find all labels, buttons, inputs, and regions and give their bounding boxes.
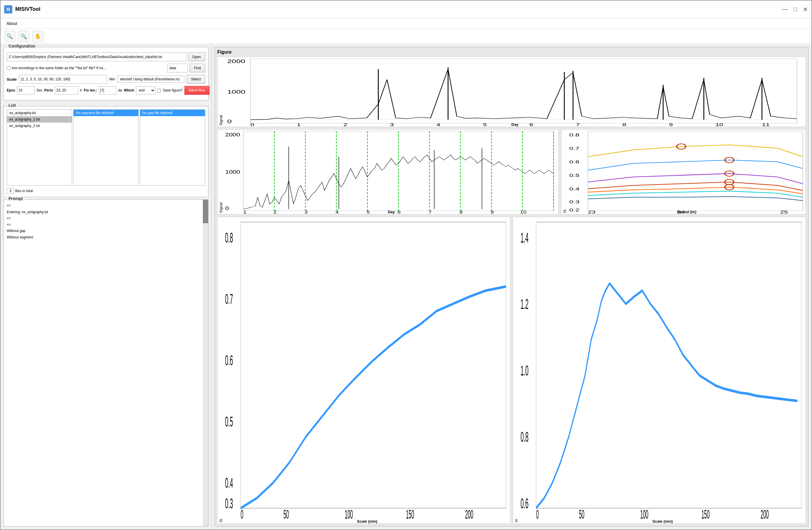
which-dropdown[interactable]: end start middle <box>136 86 155 95</box>
gap-list: No gap file defined! <box>140 110 205 186</box>
data-input[interactable] <box>168 63 188 72</box>
figure-title: Figure <box>217 49 806 55</box>
file-path-row: Open <box>7 53 205 61</box>
svg-rect-85 <box>536 222 801 508</box>
iv-scale-x-label: Scale (min) <box>653 519 673 524</box>
svg-text:0.6: 0.6 <box>225 352 233 368</box>
svg-text:2: 2 <box>344 122 347 127</box>
min-label: Min <box>109 77 115 81</box>
svg-text:1000: 1000 <box>225 169 240 174</box>
prompt-line-4: Without gap <box>7 228 199 234</box>
checkbox-row: Are recordings in the same folder as the… <box>7 63 205 72</box>
prompt-section-label: Prompt <box>7 196 25 201</box>
da-label: da <box>118 88 122 92</box>
scale-label: Scale <box>7 77 17 82</box>
svg-text:1000: 1000 <box>227 89 245 95</box>
svg-text:0: 0 <box>227 119 232 124</box>
svg-text:200: 200 <box>465 507 474 521</box>
svg-text:0.5: 0.5 <box>225 413 233 429</box>
prompt-line-2: << <box>7 215 199 222</box>
is-scale-chart: IS 0.8 0.7 0.6 0.5 0.4 0.3 <box>217 217 510 524</box>
svg-text:0.6: 0.6 <box>569 159 579 164</box>
close-button[interactable]: ✕ <box>803 6 808 13</box>
app-icon: M <box>4 5 12 14</box>
right-panel: Figure Signal 2000 1000 0 <box>212 44 811 529</box>
svg-text:0.8: 0.8 <box>225 229 233 245</box>
maximize-button[interactable]: □ <box>794 6 797 13</box>
fixlen-label: Fix len.: <box>84 88 97 92</box>
signal-detail-chart: Signal 2000 1000 0 <box>217 129 559 214</box>
files-count-row: 3 files in total. <box>7 188 205 194</box>
svg-text:10: 10 <box>715 122 724 127</box>
prompt-line-0: << <box>7 203 199 209</box>
period-label: Perio <box>44 88 53 92</box>
detail-x-label: Day <box>388 210 395 214</box>
svg-rect-74 <box>241 222 506 508</box>
svg-text:100: 100 <box>640 507 649 521</box>
list-section-label: List <box>7 103 18 108</box>
svg-text:1.4: 1.4 <box>521 229 528 245</box>
svg-text:150: 150 <box>701 507 710 521</box>
list-item[interactable]: ex_actigraphy_2.txt <box>7 123 72 129</box>
svg-text:0.4: 0.4 <box>225 475 233 491</box>
iv-scale-chart: IV 1.4 1.2 1.0 0.8 0.6 <box>513 217 806 524</box>
scale-input[interactable] <box>19 75 107 84</box>
zoom-in-button[interactable]: 🔍 <box>18 31 29 42</box>
is-period-chart: IS 0.8 0.7 0.6 0.5 0.4 <box>561 129 806 214</box>
open-button[interactable]: Open <box>188 53 205 61</box>
epoch-value-input[interactable] <box>17 86 34 95</box>
no-parser-text: elected! Using default (ParseName.m) <box>117 76 184 83</box>
svg-text:0.3: 0.3 <box>225 495 233 511</box>
is-scale-svg: 0.8 0.7 0.6 0.5 0.4 0.3 <box>224 217 510 524</box>
svg-text:11: 11 <box>762 122 769 127</box>
detail-y-label: Signal <box>218 130 224 214</box>
svg-text:1: 1 <box>243 210 247 214</box>
main-window: M MISIVTool — □ ✕ About 🔍 🔍 ✋ Configurat… <box>0 0 812 530</box>
signal-overview-svg: 2000 1000 0 <box>224 57 806 127</box>
pan-button[interactable]: ✋ <box>32 31 43 42</box>
svg-text:1.0: 1.0 <box>521 362 528 378</box>
period-x-label: Period (hr) <box>677 210 696 214</box>
period-input[interactable] <box>55 86 78 95</box>
no-segment-message: No segment file defined! <box>74 110 139 116</box>
svg-text:0: 0 <box>250 122 254 127</box>
svg-text:9: 9 <box>490 210 494 214</box>
list-item[interactable]: ex_actigraphy.txt <box>7 110 72 116</box>
minimize-button[interactable]: — <box>782 6 788 13</box>
same-folder-label: Are recordings in the same folder as the… <box>12 66 106 70</box>
prompt-scrollbar-thumb[interactable] <box>203 200 208 223</box>
select-button[interactable]: Select <box>187 75 205 84</box>
svg-text:0.2: 0.2 <box>569 207 579 212</box>
svg-text:6: 6 <box>397 210 401 214</box>
svg-text:8: 8 <box>460 210 463 214</box>
zoom-reset-button[interactable]: 🔍 <box>4 31 15 42</box>
svg-text:100: 100 <box>345 507 353 521</box>
same-folder-checkbox[interactable] <box>7 66 11 70</box>
title-bar: M MISIVTool — □ ✕ <box>1 1 811 18</box>
find-button[interactable]: Find <box>190 63 205 72</box>
files-total-label: files in total. <box>15 189 34 193</box>
h-label: h <box>80 88 82 92</box>
menu-about[interactable]: About <box>4 20 20 27</box>
prompt-content: << Entering: ex_actigraphy.txt << << Wit… <box>7 203 205 523</box>
file-path-input[interactable] <box>7 53 186 61</box>
prompt-scrollbar[interactable] <box>203 200 208 526</box>
file-list: ex_actigraphy.txt ex_actigraphy_1.txt ex… <box>7 110 72 186</box>
save-figure-checkbox[interactable] <box>157 89 161 92</box>
svg-text:0.5: 0.5 <box>569 173 579 178</box>
list-item[interactable]: ex_actigraphy_1.txt <box>7 116 72 123</box>
batch-run-button[interactable]: Batch Run <box>184 86 209 95</box>
svg-text:200: 200 <box>761 507 769 521</box>
iv-scale-y-label: IV <box>513 217 520 524</box>
is-scale-x-label: Scale (min) <box>357 519 377 524</box>
svg-text:25: 25 <box>780 210 788 214</box>
fixlen-input[interactable] <box>99 86 116 95</box>
epoch-row: Epoc Sec Perio h Fix len.: da Which end … <box>7 86 205 95</box>
signal-overview-chart: Signal 2000 1000 0 <box>217 57 806 127</box>
prompt-section: Prompt << Entering: ex_actigraphy.txt <<… <box>3 199 208 527</box>
segment-list: No segment file defined! <box>73 110 139 186</box>
svg-text:0.7: 0.7 <box>225 291 233 307</box>
bottom-row: IS 0.8 0.7 0.6 0.5 0.4 0.3 <box>217 217 806 524</box>
pan-icon: ✋ <box>34 33 41 40</box>
svg-rect-59 <box>588 131 803 211</box>
